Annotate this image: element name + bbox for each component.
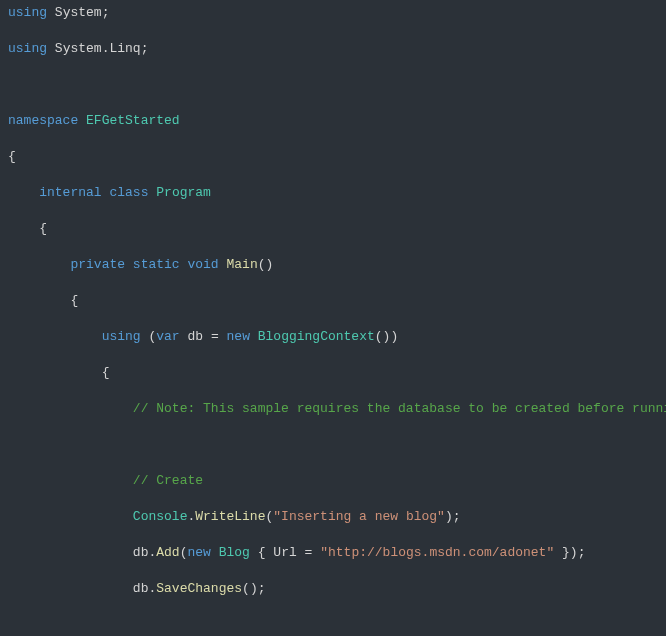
method-add: Add [156,545,179,560]
keyword-using: using [8,5,47,20]
comment-note: // Note: This sample requires the databa… [133,401,666,416]
method-main: Main [227,257,258,272]
string-literal: "http://blogs.msdn.com/adonet" [320,545,554,560]
type-bloggingcontext: BloggingContext [258,329,375,344]
class-name: Program [156,185,211,200]
type-blog: Blog [219,545,250,560]
keyword-using: using [8,41,47,56]
keyword-internal: internal [39,185,101,200]
keyword-class: class [109,185,148,200]
comment-create: // Create [133,473,203,488]
keyword-void: void [187,257,218,272]
keyword-static: static [133,257,180,272]
namespace-name: EFGetStarted [86,113,180,128]
method-writeline: WriteLine [195,509,265,524]
namespace-ref: System.Linq [55,41,141,56]
var-db: db [187,329,203,344]
keyword-using: using [102,329,141,344]
code-block: using System; using System.Linq; namespa… [8,4,658,636]
brace-open: { [8,149,16,164]
keyword-new: new [227,329,250,344]
prop-url: Url [273,545,296,560]
keyword-namespace: namespace [8,113,78,128]
string-literal: "Inserting a new blog" [273,509,445,524]
method-savechanges: SaveChanges [156,581,242,596]
type-console: Console [133,509,188,524]
namespace-ref: System [55,5,102,20]
keyword-private: private [70,257,125,272]
keyword-var: var [156,329,179,344]
